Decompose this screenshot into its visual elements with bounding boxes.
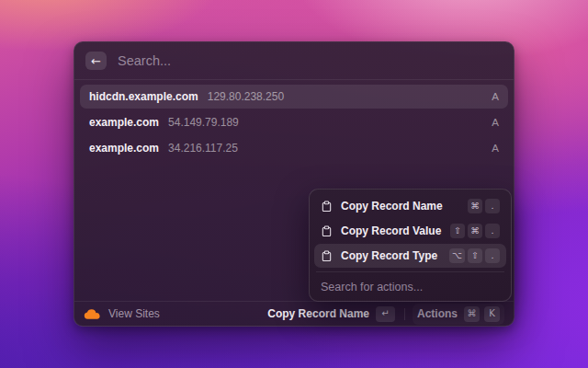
record-name: hidcdn.example.com — [89, 90, 198, 103]
menu-item-shortcut: ⇧ ⌘ . — [450, 224, 500, 238]
actions-menu-panel: Copy Record Name ⌘ . Copy Record Value ⇧… — [309, 189, 512, 302]
period-key-icon: . — [485, 199, 500, 213]
menu-item-copy-record-name[interactable]: Copy Record Name ⌘ . — [314, 194, 506, 218]
record-name: example.com — [89, 142, 159, 155]
k-key-icon: K — [484, 306, 500, 322]
actions-search-input[interactable] — [314, 272, 506, 301]
record-name: example.com — [89, 116, 159, 129]
view-sites-button[interactable]: View Sites — [84, 307, 160, 320]
record-value: 54.149.79.189 — [168, 116, 239, 129]
actions-menu-button[interactable]: Actions ⌘ K — [413, 304, 504, 325]
period-key-icon: . — [485, 248, 500, 263]
clipboard-icon — [321, 225, 333, 237]
command-key-icon: ⌘ — [468, 224, 482, 238]
cloudflare-cloud-icon — [84, 309, 101, 319]
record-type: A — [492, 91, 499, 102]
menu-item-shortcut: ⌥ ⇧ . — [449, 248, 500, 263]
dns-record-row[interactable]: hidcdn.example.com 129.80.238.250 A — [80, 85, 508, 109]
return-key-icon: ↵ — [376, 306, 395, 322]
primary-action-label: Copy Record Name — [267, 307, 369, 320]
menu-item-copy-record-value[interactable]: Copy Record Value ⇧ ⌘ . — [314, 219, 506, 243]
menu-item-label: Copy Record Name — [341, 200, 443, 213]
back-arrow-icon: ← — [91, 55, 101, 67]
dns-record-list: hidcdn.example.com 129.80.238.250 A exam… — [74, 80, 514, 165]
record-type: A — [492, 117, 499, 128]
clipboard-icon — [321, 201, 333, 213]
primary-action-button[interactable]: Copy Record Name ↵ — [266, 305, 397, 324]
view-sites-label: View Sites — [108, 307, 160, 320]
search-input[interactable] — [118, 53, 503, 68]
option-key-icon: ⌥ — [449, 248, 465, 263]
dns-record-row[interactable]: example.com 34.216.117.25 A — [80, 136, 508, 160]
record-value: 129.80.238.250 — [208, 90, 284, 103]
desktop-wallpaper: ← hidcdn.example.com 129.80.238.250 A ex… — [0, 0, 588, 368]
menu-item-copy-record-type[interactable]: Copy Record Type ⌥ ⇧ . — [314, 244, 506, 268]
clipboard-icon — [321, 250, 333, 262]
record-value: 34.216.117.25 — [168, 142, 238, 155]
menu-item-label: Copy Record Value — [341, 224, 441, 237]
actions-label: Actions — [417, 307, 458, 320]
command-key-icon: ⌘ — [464, 306, 480, 322]
shift-key-icon: ⇧ — [450, 224, 465, 238]
menu-item-label: Copy Record Type — [341, 249, 437, 262]
shift-key-icon: ⇧ — [468, 248, 482, 263]
footer-divider — [404, 308, 405, 320]
status-bar: View Sites Copy Record Name ↵ Actions ⌘ … — [74, 301, 514, 326]
menu-item-shortcut: ⌘ . — [468, 199, 500, 213]
command-key-icon: ⌘ — [468, 199, 482, 213]
period-key-icon: . — [485, 224, 500, 238]
back-button[interactable]: ← — [85, 52, 107, 70]
footer-actions: Copy Record Name ↵ Actions ⌘ K — [266, 304, 504, 325]
dns-record-row[interactable]: example.com 54.149.79.189 A — [80, 110, 508, 134]
search-header: ← — [74, 42, 514, 80]
record-type: A — [492, 143, 499, 154]
